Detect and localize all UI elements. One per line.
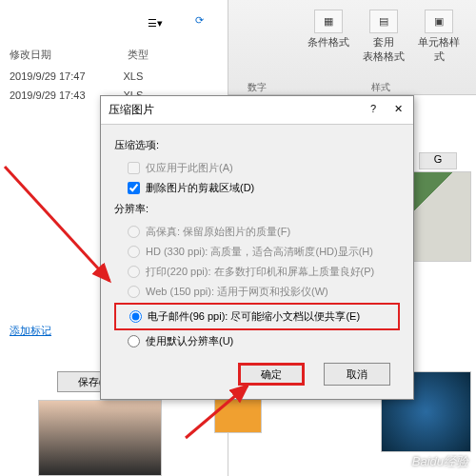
ribbon-group-styles: ▦ 条件格式 ▤ 套用 表格格式 ▣ 单元格样式 <box>305 10 463 64</box>
image-face[interactable] <box>38 400 162 476</box>
ribbon-item-label: 套用 表格格式 <box>360 35 407 64</box>
help-icon[interactable]: ? <box>366 103 381 118</box>
file-type: XLS <box>124 70 144 82</box>
default-radio[interactable] <box>128 335 140 347</box>
column-header-g[interactable]: G <box>419 152 457 169</box>
fidelity-radio <box>128 226 140 238</box>
sort-icon[interactable]: ☰▾ <box>148 17 167 30</box>
ribbon-cell-styles[interactable]: ▣ 单元格样式 <box>415 10 463 64</box>
ok-button[interactable]: 确定 <box>238 363 305 386</box>
ribbon-group-label-numbers: 数字 <box>248 81 267 94</box>
compress-options-label: 压缩选项: <box>114 138 400 152</box>
hd-radio <box>128 246 140 258</box>
dialog-title: 压缩图片 <box>109 102 154 118</box>
fidelity-label: 高保真: 保留原始图片的质量(F) <box>146 225 290 239</box>
only-this-checkbox <box>128 162 140 174</box>
col-header-date[interactable]: 修改日期 <box>10 48 51 62</box>
ribbon-group-label-styles: 样式 <box>371 81 390 94</box>
only-this-label: 仅应用于此图片(A) <box>146 161 233 175</box>
compress-pictures-dialog: 压缩图片 ? ✕ 压缩选项: 仅应用于此图片(A) 删除图片的剪裁区域(D) 分… <box>100 95 414 400</box>
web-label: Web (150 ppi): 适用于网页和投影仪(W) <box>146 285 328 299</box>
ribbon-conditional-format[interactable]: ▦ 条件格式 <box>305 10 352 64</box>
file-row[interactable]: 2019/9/29 17:47 XLS <box>0 67 228 86</box>
web-radio <box>128 286 140 298</box>
print-label: 打印(220 ppi): 在多数打印机和屏幕上质量良好(P) <box>146 265 374 279</box>
table-format-icon: ▤ <box>369 10 398 33</box>
option-email[interactable]: 电子邮件(96 ppi): 尽可能缩小文档以便共享(E) <box>120 307 394 327</box>
refresh-icon[interactable]: ⟳ <box>195 14 212 31</box>
dialog-titlebar[interactable]: 压缩图片 ? ✕ <box>101 96 413 125</box>
email-label: 电子邮件(96 ppi): 尽可能缩小文档以便共享(E) <box>148 309 360 324</box>
email-radio[interactable] <box>129 310 142 323</box>
col-header-type[interactable]: 类型 <box>128 48 149 62</box>
print-radio <box>128 266 140 278</box>
file-date: 2019/9/29 17:47 <box>10 70 86 82</box>
watermark: Baidu经验 <box>412 453 468 470</box>
cell-styles-icon: ▣ <box>425 10 453 33</box>
option-web: Web (150 ppi): 适用于网页和投影仪(W) <box>114 282 400 302</box>
delete-crop-checkbox[interactable] <box>128 182 140 194</box>
option-delete-cropped[interactable]: 删除图片的剪裁区域(D) <box>114 178 400 198</box>
default-label: 使用默认分辨率(U) <box>146 334 233 348</box>
conditional-format-icon: ▦ <box>314 10 343 33</box>
hd-label: HD (330 ppi): 高质量，适合高清晰度(HD)显示(H) <box>146 245 373 259</box>
highlight-email-option: 电子邮件(96 ppi): 尽可能缩小文档以便共享(E) <box>114 303 400 330</box>
option-default[interactable]: 使用默认分辨率(U) <box>114 331 400 351</box>
ribbon-item-label: 条件格式 <box>305 35 352 50</box>
cancel-button[interactable]: 取消 <box>324 363 390 386</box>
add-tag-link[interactable]: 添加标记 <box>10 324 51 338</box>
option-hd: HD (330 ppi): 高质量，适合高清晰度(HD)显示(H) <box>114 242 400 262</box>
delete-crop-label: 删除图片的剪裁区域(D) <box>146 181 254 195</box>
option-print: 打印(220 ppi): 在多数打印机和屏幕上质量良好(P) <box>114 262 400 282</box>
file-date: 2019/9/29 17:43 <box>10 89 86 101</box>
option-only-this-picture: 仅应用于此图片(A) <box>114 158 400 178</box>
option-high-fidelity: 高保真: 保留原始图片的质量(F) <box>114 222 400 242</box>
ribbon-item-label: 单元格样式 <box>415 35 463 64</box>
close-icon[interactable]: ✕ <box>390 103 406 118</box>
resolution-label: 分辨率: <box>114 202 400 216</box>
ribbon-table-format[interactable]: ▤ 套用 表格格式 <box>360 10 407 64</box>
